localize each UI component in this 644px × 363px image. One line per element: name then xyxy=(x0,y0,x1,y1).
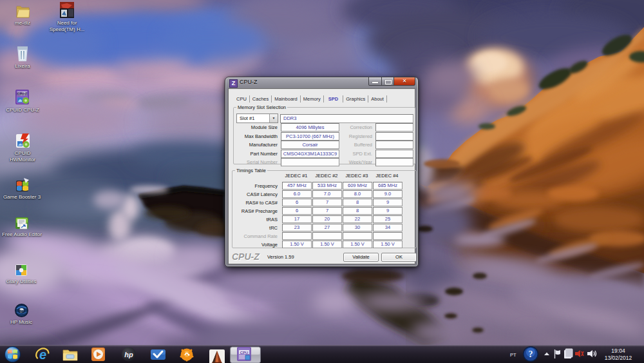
svg-text:hp: hp xyxy=(19,309,24,313)
svg-text:CPU-Z: CPU-Z xyxy=(17,92,27,95)
svg-text:13/02/2012: 13/02/2012 xyxy=(605,355,632,361)
svg-text:19:04: 19:04 xyxy=(611,348,625,354)
svg-text:CPU: CPU xyxy=(240,351,249,355)
svg-text:hp: hp xyxy=(124,351,133,358)
svg-text:?: ? xyxy=(529,349,533,359)
svg-text:PT: PT xyxy=(510,352,516,358)
